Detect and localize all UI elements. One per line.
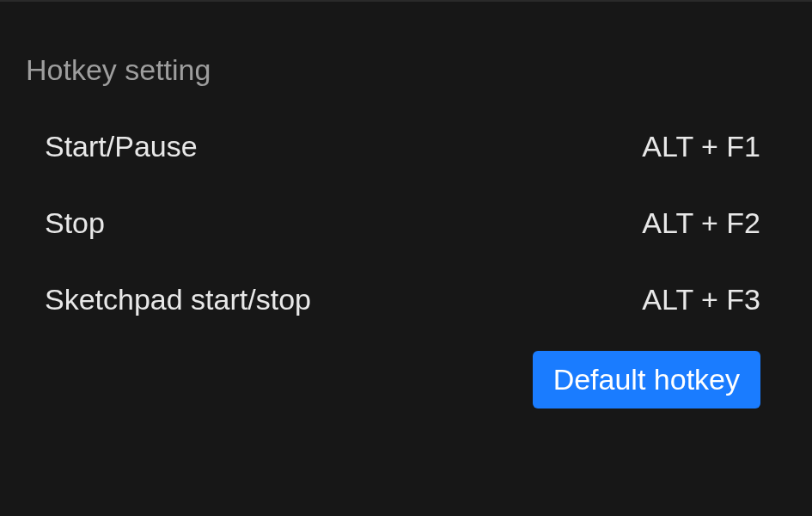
hotkey-value-stop[interactable]: ALT + F2: [642, 206, 786, 240]
hotkey-value-sketchpad[interactable]: ALT + F3: [642, 283, 786, 316]
default-hotkey-button[interactable]: Default hotkey: [533, 351, 760, 408]
hotkey-settings-panel: Hotkey setting Start/Pause ALT + F1 Stop…: [0, 2, 812, 408]
hotkey-row-stop: Stop ALT + F2: [26, 206, 786, 240]
hotkey-row-start-pause: Start/Pause ALT + F1: [26, 130, 786, 163]
hotkey-label-sketchpad: Sketchpad start/stop: [45, 283, 311, 316]
hotkey-label-stop: Stop: [45, 206, 105, 240]
hotkey-value-start-pause[interactable]: ALT + F1: [642, 130, 786, 163]
hotkey-label-start-pause: Start/Pause: [45, 130, 198, 163]
hotkey-row-sketchpad: Sketchpad start/stop ALT + F3: [26, 283, 786, 316]
section-title: Hotkey setting: [26, 53, 786, 87]
button-row: Default hotkey: [26, 351, 786, 408]
